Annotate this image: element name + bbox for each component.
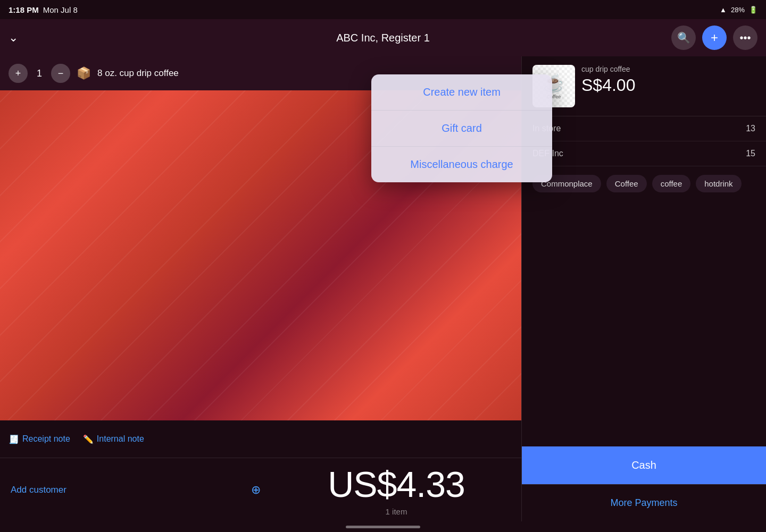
add-customer-icon: ⊕ <box>251 483 261 497</box>
status-left: 1:18 PM Mon Jul 8 <box>9 5 78 14</box>
inventory-row-def: DEF Inc 15 <box>522 141 766 166</box>
status-time: 1:18 PM <box>9 5 39 14</box>
tag-coffee-cap[interactable]: Coffee <box>606 175 647 192</box>
minus-icon: − <box>58 68 64 79</box>
more-button[interactable]: ••• <box>733 26 757 50</box>
status-right: ▲ 28% 🔋 <box>720 6 757 14</box>
product-header: ☕ Coffee cup drip coffee S$4.00 <box>532 65 755 107</box>
notes-bar: 🧾 Receipt note ✏️ Internal note <box>0 420 521 458</box>
product-info: ☕ Coffee cup drip coffee S$4.00 <box>522 56 766 116</box>
dropdown-icon[interactable]: ⌄ <box>9 31 18 45</box>
more-payments-button[interactable]: More Payments <box>522 484 766 521</box>
home-indicator <box>0 521 766 532</box>
status-date: Mon Jul 8 <box>43 5 78 14</box>
receipt-note-label: Receipt note <box>22 434 70 444</box>
right-panel: ☕ Coffee cup drip coffee S$4.00 In store… <box>521 56 766 521</box>
add-customer-area[interactable]: Add customer ⊕ <box>0 458 271 521</box>
top-bar: ⌄ ABC Inc, Register 1 🔍 + ••• <box>0 19 766 56</box>
inventory-row-store: In store 13 <box>522 116 766 141</box>
total-area: US$4.33 1 item <box>271 458 521 521</box>
register-title: ABC Inc, Register 1 <box>336 32 430 44</box>
tag-hotdrink[interactable]: hotdrink <box>696 175 741 192</box>
product-name-prefix: cup drip coffee <box>581 65 755 73</box>
home-bar <box>346 526 420 528</box>
right-footer: Cash More Payments <box>522 446 766 521</box>
tags-section: Commonplace Coffee coffee hotdrink <box>522 166 766 201</box>
edit-icon: ✏️ <box>83 434 94 444</box>
cash-button[interactable]: Cash <box>522 446 766 484</box>
add-button[interactable]: + <box>702 26 727 50</box>
item-name: 8 oz. cup drip coffee <box>97 68 179 79</box>
product-price: S$4.00 <box>581 75 755 95</box>
receipt-icon: 🧾 <box>9 434 19 444</box>
plus-icon: + <box>711 30 718 45</box>
search-icon: 🔍 <box>677 31 690 44</box>
dropdown-create-new-item[interactable]: Create new item <box>371 74 552 111</box>
inventory-store-count: 13 <box>746 124 755 133</box>
battery-icon: 🔋 <box>749 6 757 14</box>
wifi-icon: ▲ <box>720 6 727 14</box>
internal-note-button[interactable]: ✏️ Internal note <box>83 434 144 444</box>
inventory-def-count: 15 <box>746 149 755 158</box>
plus-icon: + <box>15 68 21 79</box>
dropdown-gift-card[interactable]: Gift card <box>371 111 552 147</box>
add-customer-label: Add customer <box>11 485 66 495</box>
inventory-section: In store 13 DEF Inc 15 <box>522 116 766 166</box>
search-button[interactable]: 🔍 <box>671 26 696 50</box>
product-details: cup drip coffee S$4.00 <box>581 65 755 95</box>
item-icon: 📦 <box>77 66 91 80</box>
qty-minus-button[interactable]: − <box>51 64 70 83</box>
more-icon: ••• <box>739 32 751 44</box>
quantity-display: 1 <box>34 68 45 79</box>
item-count: 1 item <box>386 507 407 516</box>
qty-plus-button[interactable]: + <box>9 64 28 83</box>
status-bar: 1:18 PM Mon Jul 8 ▲ 28% 🔋 <box>0 0 766 19</box>
dropdown-menu: Create new item Gift card Miscellaneous … <box>371 74 552 182</box>
tag-coffee[interactable]: coffee <box>652 175 691 192</box>
receipt-note-button[interactable]: 🧾 Receipt note <box>9 434 70 444</box>
total-amount: US$4.33 <box>328 463 465 505</box>
internal-note-label: Internal note <box>97 434 144 444</box>
top-bar-left: ⌄ <box>9 31 18 45</box>
footer-left: Add customer ⊕ US$4.33 1 item <box>0 458 521 521</box>
top-bar-actions: 🔍 + ••• <box>671 26 757 50</box>
dropdown-misc-charge[interactable]: Miscellaneous charge <box>371 147 552 182</box>
battery-label: 28% <box>731 6 745 14</box>
